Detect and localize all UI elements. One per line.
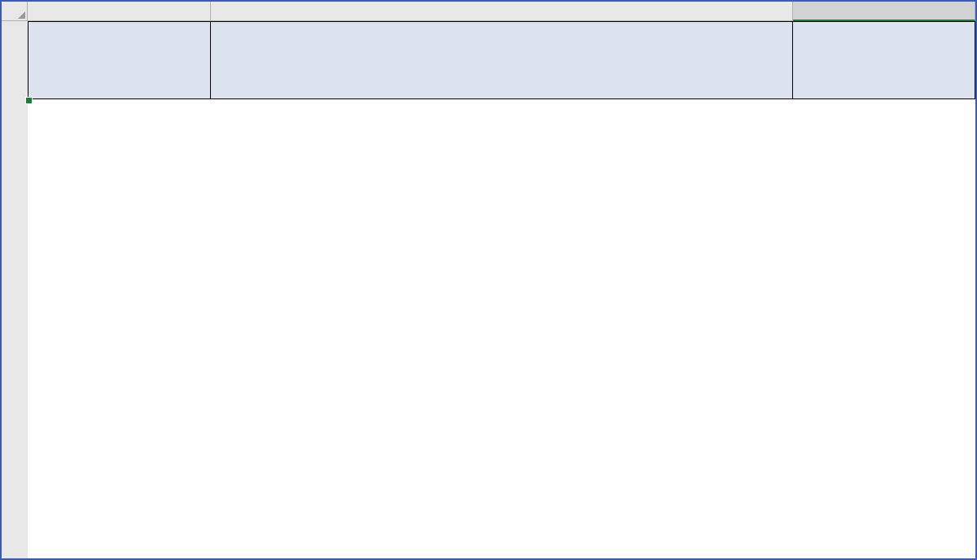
spreadsheet-app bbox=[0, 0, 977, 560]
cell-B1-header[interactable] bbox=[211, 21, 793, 99]
cell-A1-header[interactable] bbox=[28, 21, 211, 99]
cell-C1-header[interactable] bbox=[793, 21, 975, 99]
select-all-corner[interactable] bbox=[2, 2, 28, 21]
col-header-A[interactable] bbox=[28, 2, 211, 21]
selection-box bbox=[28, 99, 31, 103]
cell-grid bbox=[28, 21, 975, 558]
col-header-C[interactable] bbox=[793, 2, 975, 21]
column-headers bbox=[28, 2, 975, 21]
col-header-B[interactable] bbox=[211, 2, 793, 21]
row-headers bbox=[2, 21, 28, 558]
